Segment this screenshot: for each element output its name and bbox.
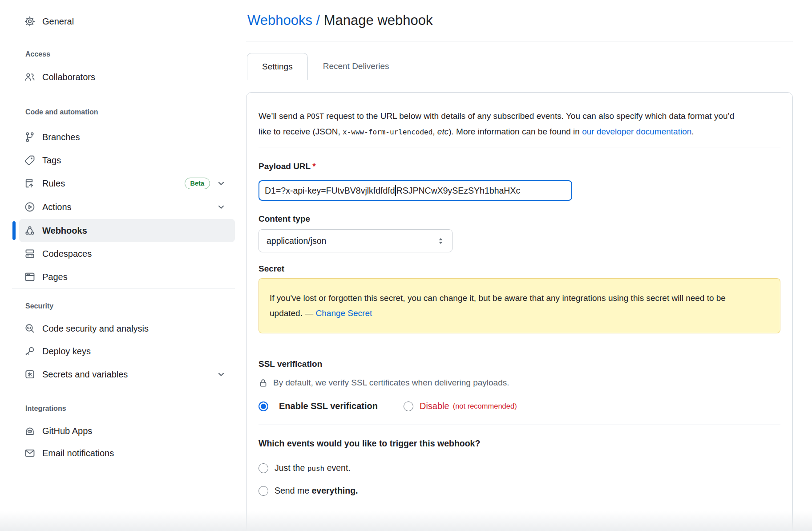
sidebar-item-collaborators[interactable]: Collaborators <box>19 65 235 89</box>
secret-label: Secret <box>259 264 780 274</box>
just-push-label[interactable]: Just the push event. <box>275 463 351 473</box>
ssl-description-text: By default, we verify SSL certificates w… <box>273 378 509 388</box>
section-divider <box>259 425 780 425</box>
sidebar-item-deploy-keys[interactable]: Deploy keys <box>19 340 235 363</box>
people-icon <box>24 72 35 82</box>
ssl-verification-heading: SSL verification <box>259 359 780 369</box>
sidebar-item-github-apps[interactable]: GitHub Apps <box>19 419 235 442</box>
breadcrumb-webhooks-link[interactable]: Webhooks / <box>247 12 320 28</box>
post-code: POST <box>307 112 324 121</box>
page-title: Webhooks / Manage webhook <box>246 0 793 29</box>
required-asterisk: * <box>312 162 315 171</box>
sidebar-item-actions[interactable]: Actions <box>19 195 235 219</box>
sidebar-item-tags[interactable]: Tags <box>19 149 235 172</box>
disable-ssl-radio[interactable] <box>404 401 413 411</box>
sidebar-section-integrations: Integrations <box>25 402 66 415</box>
intro-paragraph: We’ll send a POST request to the URL bel… <box>259 109 748 140</box>
page-title-text: Manage webhook <box>324 12 433 28</box>
enable-ssl-label[interactable]: Enable SSL verification <box>279 401 378 411</box>
tab-bar: Settings Recent Deliveries <box>246 53 793 80</box>
sidebar-section-security: Security <box>25 300 53 313</box>
payload-url-value-after-caret: RSJPNCwX9ySEzSYh1bhaHXc <box>396 186 521 196</box>
urlencoded-code: x-www-form-urlencoded <box>343 128 432 136</box>
webhook-settings-main: Webhooks / Manage webhook Settings Recen… <box>246 0 793 531</box>
payload-url-input[interactable]: D1=?x-api-key=FUtvBV8vjlkfdfdfdRSJPNCwX9… <box>259 180 572 201</box>
sidebar-item-label: Deploy keys <box>42 346 91 357</box>
codespaces-icon <box>24 248 35 259</box>
ssl-description-row: By default, we verify SSL certificates w… <box>259 378 780 388</box>
payload-url-label: Payload URL* <box>259 162 780 171</box>
enable-ssl-radio[interactable] <box>259 401 268 411</box>
content-type-label: Content type <box>259 214 780 224</box>
send-everything-radio[interactable] <box>259 486 268 496</box>
tab-settings[interactable]: Settings <box>247 53 308 80</box>
sidebar-item-rules[interactable]: Rules Beta <box>19 172 235 195</box>
webhook-icon <box>24 225 35 236</box>
mail-icon <box>24 448 35 458</box>
sidebar-item-email-notifications[interactable]: Email notifications <box>19 442 235 465</box>
sidebar-item-label: General <box>42 16 74 27</box>
chevron-down-icon[interactable] <box>217 179 225 187</box>
content-type-select[interactable]: application/json <box>259 229 452 252</box>
unfold-arrows-icon <box>436 237 445 245</box>
sidebar-item-label: Branches <box>42 132 80 142</box>
rules-icon <box>24 178 35 189</box>
sidebar-item-label: GitHub Apps <box>42 426 92 436</box>
browser-window-icon <box>24 272 35 282</box>
hubot-icon <box>24 426 35 436</box>
sidebar-divider <box>12 95 235 95</box>
sidebar-item-label: Tags <box>42 155 61 166</box>
sidebar-item-label: Collaborators <box>42 72 95 82</box>
send-everything-label[interactable]: Send me everything. <box>275 486 358 496</box>
secret-warning-alert: If you've lost or forgotten this secret,… <box>259 278 780 333</box>
push-code: push <box>307 464 325 473</box>
payload-url-value-before-caret: D1=?x-api-key=FUtvBV8vjlkfdfdfd <box>265 186 395 196</box>
header-divider <box>246 41 793 41</box>
sidebar-item-codespaces[interactable]: Codespaces <box>19 242 235 265</box>
play-circle-icon <box>24 202 35 212</box>
sidebar-item-label: Actions <box>42 202 72 212</box>
chevron-down-icon[interactable] <box>217 370 225 378</box>
sidebar-item-label: Email notifications <box>42 448 114 458</box>
event-option-everything: Send me everything. <box>259 486 780 496</box>
key-icon <box>24 346 35 357</box>
sidebar-item-general[interactable]: General <box>19 10 235 33</box>
tab-recent-deliveries[interactable]: Recent Deliveries <box>308 53 404 80</box>
gear-icon <box>24 16 35 27</box>
section-divider <box>259 147 780 147</box>
change-secret-link[interactable]: Change Secret <box>316 308 372 318</box>
just-push-radio[interactable] <box>259 463 268 473</box>
content-type-selected-value: application/json <box>267 236 326 246</box>
sidebar-section-access: Access <box>25 48 50 61</box>
disable-ssl-label[interactable]: Disable <box>420 401 449 411</box>
events-heading: Which events would you like to trigger t… <box>259 438 780 449</box>
sidebar-item-webhooks[interactable]: Webhooks <box>19 219 235 242</box>
sidebar-divider <box>12 288 235 288</box>
sidebar-item-label: Codespaces <box>42 249 92 259</box>
webhook-settings-panel: We’ll send a POST request to the URL bel… <box>246 92 793 531</box>
sidebar-divider <box>12 391 235 391</box>
ssl-radio-group: Enable SSL verification Disable (not rec… <box>259 401 780 411</box>
sidebar-item-code-security[interactable]: Code security and analysis <box>19 317 235 340</box>
sidebar-item-label: Pages <box>42 272 68 282</box>
code-scan-icon <box>24 323 35 334</box>
selected-item-accent-bar <box>12 221 16 240</box>
disable-ssl-note: (not recommended) <box>453 402 517 410</box>
lock-icon <box>259 378 268 388</box>
event-option-just-push: Just the push event. <box>259 463 780 473</box>
developer-documentation-link[interactable]: our developer documentation <box>582 127 691 136</box>
tag-icon <box>24 155 35 166</box>
sidebar-section-code-automation: Code and automation <box>25 105 98 119</box>
sidebar-item-label: Secrets and variables <box>42 369 128 380</box>
sidebar-item-label: Webhooks <box>42 226 87 236</box>
settings-sidebar: General Access Collaborators Code and au… <box>12 0 235 531</box>
sidebar-item-pages[interactable]: Pages <box>19 265 235 288</box>
sidebar-item-secrets-variables[interactable]: Secrets and variables <box>19 363 235 386</box>
asterisk-box-icon <box>24 369 35 380</box>
sidebar-item-branches[interactable]: Branches <box>19 126 235 149</box>
sidebar-divider <box>12 38 235 38</box>
sidebar-item-label: Rules <box>42 178 65 189</box>
chevron-down-icon[interactable] <box>217 203 225 211</box>
git-branch-icon <box>24 132 35 142</box>
sidebar-item-label: Code security and analysis <box>42 324 149 334</box>
